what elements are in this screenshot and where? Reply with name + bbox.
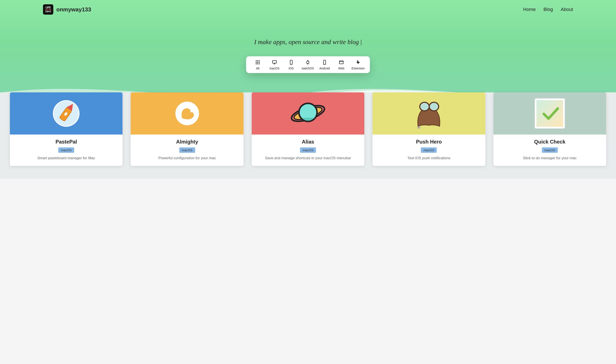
card-pastepal[interactable]: PastePal macOS Smart pasteboard manager …: [10, 92, 122, 166]
card-title: Almighty: [134, 139, 239, 145]
puzzle-icon: [355, 60, 361, 65]
filter-label: Web: [338, 67, 344, 70]
filter-web[interactable]: Web: [335, 60, 348, 70]
card-pushhero[interactable]: Push Hero macOS Test iOS push notificati…: [372, 92, 485, 166]
svg-rect-5: [259, 62, 260, 63]
filter-label: Android: [319, 67, 330, 70]
card-title: Push Hero: [376, 139, 481, 145]
svg-rect-4: [257, 62, 258, 63]
svg-rect-27: [418, 127, 420, 129]
card-body: PastePal macOS Smart pasteboard manager …: [10, 134, 122, 166]
filter-watchos[interactable]: watchOS: [301, 60, 314, 70]
card-desc: Powerful configuration for your mac: [134, 156, 239, 161]
card-desc: Slick to do manager for your mac: [497, 156, 602, 161]
card-body: Almighty macOS Powerful configuration fo…: [131, 134, 243, 166]
svg-rect-8: [259, 63, 260, 64]
card-title: Alias: [256, 139, 360, 145]
pastepal-icon: [50, 97, 82, 130]
svg-rect-3: [256, 62, 257, 63]
desktop-icon: [272, 60, 277, 65]
card-desc: Save and manage shortcuts in your macOS …: [256, 156, 360, 161]
filter-extension[interactable]: Extension: [352, 60, 365, 70]
header: LIFE HAS NO Ctrl+Z onmyway133 Home Blog …: [0, 0, 616, 19]
pilot-hat-icon: [409, 96, 448, 131]
cards-section: PastePal macOS Smart pasteboard manager …: [0, 92, 616, 179]
svg-point-11: [306, 61, 309, 64]
card-title: PastePal: [14, 139, 119, 145]
svg-rect-0: [256, 60, 257, 61]
card-image: [494, 92, 606, 134]
card-image: [252, 92, 364, 134]
svg-rect-14: [339, 61, 343, 64]
platform-badge: macOS: [300, 147, 316, 153]
svg-point-26: [429, 102, 439, 111]
watch-icon: [305, 60, 310, 65]
card-body: Quick Check macOS Slick to do manager fo…: [494, 134, 606, 166]
svg-rect-2: [259, 60, 260, 61]
card-image: [10, 92, 122, 134]
browser-icon: [339, 60, 344, 65]
filter-bar: All macOS iOS watchOS Android Web Extens…: [246, 56, 370, 73]
nav-home[interactable]: Home: [523, 7, 536, 12]
filter-ios[interactable]: iOS: [285, 60, 298, 70]
filter-label: watchOS: [302, 67, 314, 70]
card-title: Quick Check: [497, 139, 602, 145]
logo-icon: LIFE HAS NO Ctrl+Z: [43, 4, 53, 15]
platform-badge: macOS: [179, 147, 195, 153]
brand[interactable]: LIFE HAS NO Ctrl+Z onmyway133: [43, 4, 91, 15]
filter-all[interactable]: All: [251, 60, 264, 70]
cards-grid: PastePal macOS Smart pasteboard manager …: [10, 92, 606, 166]
nav-about[interactable]: About: [561, 7, 573, 12]
card-almighty[interactable]: Almighty macOS Powerful configuration fo…: [131, 92, 243, 166]
platform-badge: macOS: [421, 147, 437, 153]
filter-label: Extension: [352, 67, 365, 70]
svg-rect-29: [537, 100, 563, 127]
svg-point-13: [324, 64, 325, 64]
svg-rect-7: [257, 63, 258, 64]
checkmark-icon: [533, 97, 566, 130]
card-image: [131, 92, 243, 134]
card-body: Push Hero macOS Test iOS push notificati…: [372, 134, 485, 166]
platform-badge: macOS: [542, 147, 558, 153]
brand-name: onmyway133: [56, 6, 91, 13]
svg-point-10: [291, 64, 291, 64]
phone-icon: [289, 60, 294, 65]
main-nav: Home Blog About: [523, 7, 573, 12]
grid-icon: [255, 60, 260, 65]
svg-rect-6: [256, 63, 257, 64]
filter-android[interactable]: Android: [318, 60, 331, 70]
filter-label: All: [256, 67, 259, 70]
svg-rect-1: [257, 60, 258, 61]
tagline: I make apps, open source and write blog: [0, 38, 616, 46]
planet-icon: [289, 98, 327, 129]
svg-point-25: [420, 102, 429, 111]
platform-badge: macOS: [58, 147, 74, 153]
filter-label: macOS: [269, 67, 279, 70]
card-image: [372, 92, 485, 134]
almighty-icon: [172, 98, 202, 129]
nav-blog[interactable]: Blog: [543, 7, 553, 12]
filter-label: iOS: [289, 67, 294, 70]
card-body: Alias macOS Save and manage shortcuts in…: [252, 134, 364, 166]
phone-icon: [322, 60, 327, 65]
filter-macos[interactable]: macOS: [268, 60, 281, 70]
logo-line3: Ctrl+Z: [45, 11, 51, 13]
card-desc: Smart pasteboard manager for Mac: [14, 156, 119, 161]
card-quickcheck[interactable]: Quick Check macOS Slick to do manager fo…: [494, 92, 606, 166]
card-alias[interactable]: Alias macOS Save and manage shortcuts in…: [252, 92, 364, 166]
card-desc: Test iOS push notifications: [376, 156, 481, 161]
